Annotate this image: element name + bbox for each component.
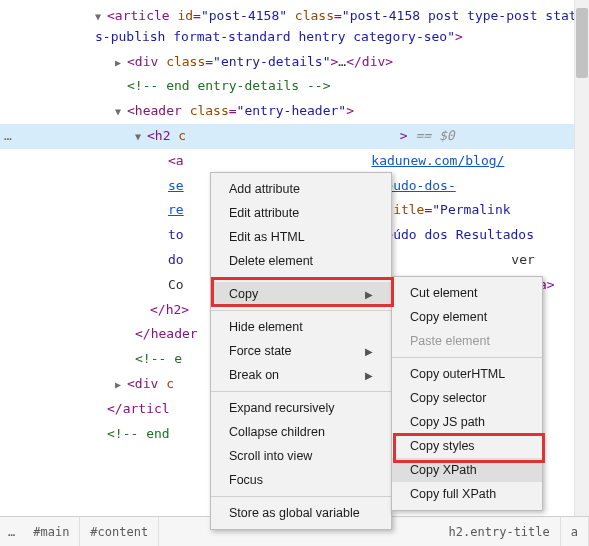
devtools-root: ▼<article id="post-4158" class="post-415… xyxy=(0,0,589,546)
breadcrumb-h2-entry-title[interactable]: h2.entry-title xyxy=(439,517,561,546)
expand-arrow-right-icon[interactable]: ▶ xyxy=(115,55,125,71)
overflow-indicator: … xyxy=(0,126,28,147)
menu-expand-recursively[interactable]: Expand recursively xyxy=(211,396,391,420)
dom-node-header-open[interactable]: ▼<header class="entry-header"> xyxy=(0,99,589,124)
menu-separator xyxy=(211,391,391,392)
submenu-cut-element[interactable]: Cut element xyxy=(392,281,542,305)
menu-edit-attribute[interactable]: Edit attribute xyxy=(211,201,391,225)
breadcrumb-a[interactable]: a xyxy=(561,517,589,546)
breadcrumb-main[interactable]: #main xyxy=(23,517,80,546)
menu-separator xyxy=(211,496,391,497)
dom-node-h2-selected[interactable]: … ▼<h2 c > == $0 xyxy=(0,124,589,149)
expand-arrow-right-icon[interactable]: ▶ xyxy=(115,377,125,393)
menu-collapse-children[interactable]: Collapse children xyxy=(211,420,391,444)
menu-focus[interactable]: Focus xyxy=(211,468,391,492)
menu-store-global[interactable]: Store as global variable xyxy=(211,501,391,525)
submenu-copy-full-xpath[interactable]: Copy full XPath xyxy=(392,482,542,506)
scrollbar-thumb[interactable] xyxy=(576,8,588,78)
dom-node-anchor-open[interactable]: <a kadunew.com/blog/ xyxy=(0,149,589,174)
menu-delete-element[interactable]: Delete element xyxy=(211,249,391,273)
expand-arrow-down-icon[interactable]: ▼ xyxy=(135,129,145,145)
submenu-copy-xpath[interactable]: Copy XPath xyxy=(392,458,542,482)
context-menu-copy-submenu: Cut element Copy element Paste element C… xyxy=(391,276,543,511)
expand-arrow-down-icon[interactable]: ▼ xyxy=(95,9,105,25)
submenu-copy-styles[interactable]: Copy styles xyxy=(392,434,542,458)
context-menu-primary: Add attribute Edit attribute Edit as HTM… xyxy=(210,172,392,530)
submenu-arrow-icon: ▶ xyxy=(365,370,373,381)
submenu-arrow-icon: ▶ xyxy=(365,346,373,357)
submenu-paste-element: Paste element xyxy=(392,329,542,353)
menu-add-attribute[interactable]: Add attribute xyxy=(211,177,391,201)
menu-separator xyxy=(211,277,391,278)
submenu-copy-outerhtml[interactable]: Copy outerHTML xyxy=(392,362,542,386)
menu-break-on[interactable]: Break on▶ xyxy=(211,363,391,387)
dom-node-entry-details[interactable]: ▶<div class="entry-details">…</div> xyxy=(0,50,589,75)
dom-comment-entry-details[interactable]: <!-- end entry-details --> xyxy=(0,74,589,99)
menu-copy[interactable]: Copy ▶ xyxy=(211,282,391,306)
vertical-scrollbar[interactable] xyxy=(574,0,589,516)
submenu-copy-js-path[interactable]: Copy JS path xyxy=(392,410,542,434)
dom-node-article-open[interactable]: ▼<article id="post-4158" class="post-415… xyxy=(0,4,589,50)
menu-force-state[interactable]: Force state▶ xyxy=(211,339,391,363)
menu-scroll-into-view[interactable]: Scroll into view xyxy=(211,444,391,468)
expand-arrow-down-icon[interactable]: ▼ xyxy=(115,104,125,120)
menu-edit-as-html[interactable]: Edit as HTML xyxy=(211,225,391,249)
menu-separator xyxy=(211,310,391,311)
menu-hide-element[interactable]: Hide element xyxy=(211,315,391,339)
submenu-copy-element[interactable]: Copy element xyxy=(392,305,542,329)
submenu-copy-selector[interactable]: Copy selector xyxy=(392,386,542,410)
breadcrumb-overflow[interactable]: … xyxy=(0,525,23,539)
submenu-arrow-icon: ▶ xyxy=(365,289,373,300)
breadcrumb-content[interactable]: #content xyxy=(80,517,159,546)
menu-separator xyxy=(392,357,542,358)
